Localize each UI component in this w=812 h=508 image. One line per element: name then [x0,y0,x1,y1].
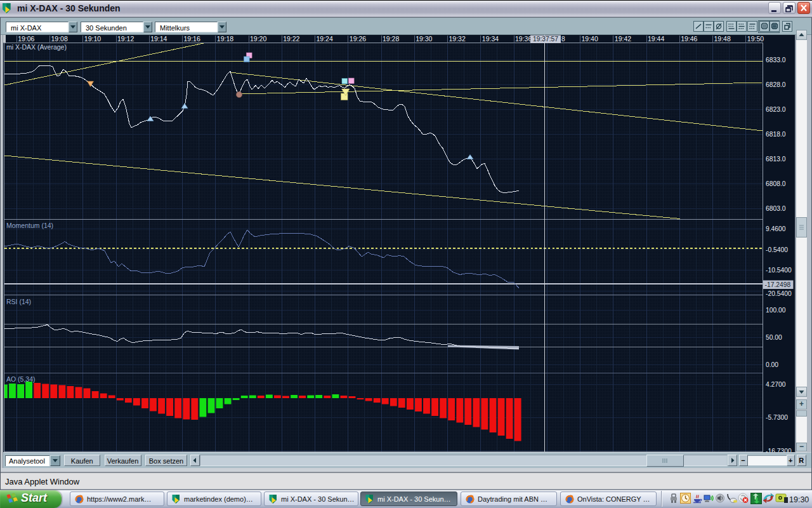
svg-text:6803.0: 6803.0 [766,205,786,212]
svg-text:19:08: 19:08 [51,35,68,43]
svg-text:19:48: 19:48 [714,35,731,43]
svg-text:0.00: 0.00 [766,361,778,368]
svg-text:19:44: 19:44 [648,35,664,43]
svg-text:6823.0: 6823.0 [766,106,786,113]
svg-text:19:10: 19:10 [84,35,101,43]
svg-text:50.00: 50.00 [766,334,782,341]
svg-text:19:30: 19:30 [416,35,432,43]
svg-text:6813.0: 6813.0 [766,156,786,163]
svg-text:19:32: 19:32 [449,35,466,43]
svg-text:19:37:57: 19:37:57 [533,36,558,43]
svg-text:6833.0: 6833.0 [766,57,786,64]
svg-text:9.4600: 9.4600 [766,225,786,232]
svg-text:100.00: 100.00 [766,307,786,314]
svg-text:19:18: 19:18 [217,35,233,43]
svg-text:RSI (14): RSI (14) [6,298,31,305]
svg-text:Momentum (14): Momentum (14) [6,222,53,229]
svg-text:19:34: 19:34 [482,35,499,43]
svg-text:-16.7300: -16.7300 [766,448,792,452]
svg-text:19:26: 19:26 [350,35,366,43]
svg-text:-5.7300: -5.7300 [766,414,788,421]
svg-text:4.2700: 4.2700 [766,381,786,388]
svg-text:19:06: 19:06 [18,35,34,43]
svg-text:AO (5,34): AO (5,34) [6,375,36,383]
svg-text:6808.0: 6808.0 [766,180,786,187]
svg-text:19:16: 19:16 [184,35,200,43]
svg-text:19:24: 19:24 [317,35,333,43]
svg-text:6828.0: 6828.0 [766,81,786,88]
svg-text:19:22: 19:22 [283,35,299,43]
svg-text:19:36: 19:36 [515,35,532,43]
svg-text:-0.5400: -0.5400 [766,246,788,253]
svg-text:19:28: 19:28 [383,35,399,43]
svg-text:-17.2498: -17.2498 [765,281,791,288]
svg-text:-20.5400: -20.5400 [766,290,792,297]
svg-text:8: 8 [561,36,565,43]
svg-text:19:42: 19:42 [615,35,631,43]
svg-text:19:46: 19:46 [681,35,697,43]
svg-text:19:20: 19:20 [250,35,266,43]
svg-text:mi X-DAX (Average): mi X-DAX (Average) [6,43,67,51]
svg-text:19:12: 19:12 [117,35,134,43]
svg-text:19:40: 19:40 [582,35,598,43]
svg-text:19:14: 19:14 [150,35,167,43]
svg-text:19:50: 19:50 [747,35,764,43]
svg-text:-10.5400: -10.5400 [766,267,792,274]
svg-text:6818.0: 6818.0 [766,131,786,138]
